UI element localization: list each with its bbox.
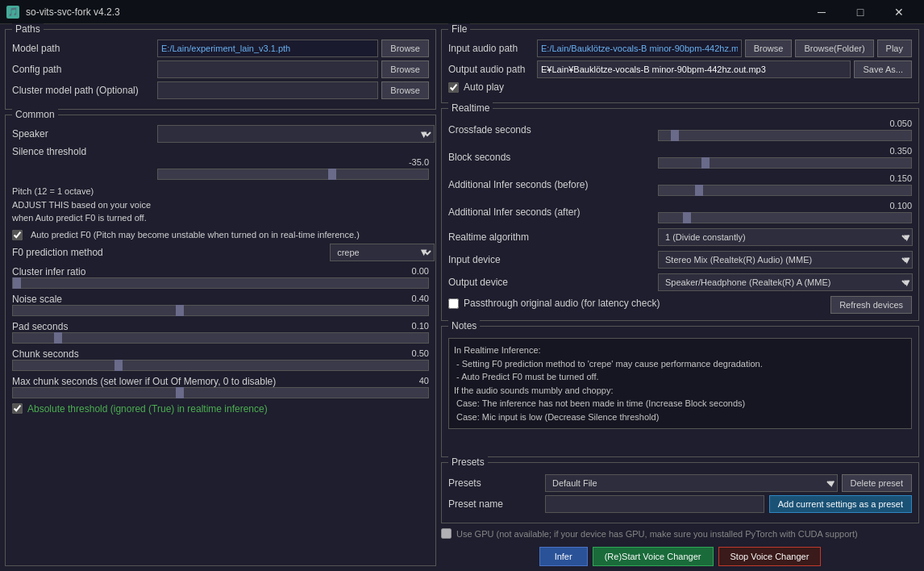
file-group-title: File — [448, 23, 470, 35]
noise-scale-label: Noise scale — [12, 294, 62, 305]
additional-infer-before-row: Additional Infer seconds (before) 0.150 — [448, 173, 912, 196]
preset-name-row: Preset name Add current settings as a pr… — [448, 495, 912, 513]
auto-predict-label: Auto predict F0 (Pitch may become unstab… — [31, 230, 360, 240]
realtime-group: Realtime Crossfade seconds 0.050 Block s… — [441, 108, 919, 321]
input-audio-play[interactable]: Play — [877, 40, 912, 57]
block-seconds-slider[interactable] — [658, 157, 912, 169]
config-path-label: Config path — [12, 64, 157, 75]
input-audio-path-input[interactable] — [537, 40, 742, 57]
realtime-algorithm-label: Realtime algorithm — [448, 231, 658, 243]
cluster-infer-ratio-label: Cluster infer ratio — [12, 266, 85, 277]
pad-seconds-slider[interactable] — [12, 332, 429, 344]
silence-threshold-value: -35.0 — [409, 157, 429, 167]
title-bar-controls: ─ □ ✕ — [803, 0, 918, 24]
speaker-label: Speaker — [12, 128, 157, 140]
output-audio-save-as[interactable]: Save As... — [854, 60, 912, 78]
infer-button[interactable]: Infer — [539, 547, 588, 566]
cluster-model-path-browse[interactable]: Browse — [381, 81, 429, 99]
delete-preset-button[interactable]: Delete preset — [842, 474, 912, 492]
crossfade-seconds-value: 0.050 — [658, 119, 912, 128]
presets-label: Presets — [448, 477, 545, 489]
absolute-threshold-label: Absolute threshold (ignored (True) in re… — [27, 403, 268, 415]
f0-method-row: F0 prediction method crepe dio harvest p… — [12, 244, 429, 261]
silence-threshold-row: Silence threshold -35.0 — [12, 146, 429, 180]
cluster-infer-ratio-value: 0.00 — [412, 266, 429, 277]
stop-voice-changer-button[interactable]: Stop Voice Changer — [718, 547, 822, 566]
auto-predict-checkbox[interactable] — [12, 230, 23, 240]
realtime-algorithm-select[interactable]: 1 (Divide constantly) 2 (Divide periodic… — [658, 228, 913, 246]
notes-line-3: - Auto Predict F0 must be turned off. — [454, 370, 906, 384]
realtime-group-title: Realtime — [448, 102, 493, 114]
add-current-settings-button[interactable]: Add current settings as a preset — [769, 495, 912, 513]
output-audio-path-row: Output audio path Save As... — [448, 60, 912, 78]
chunk-seconds-slider[interactable] — [12, 360, 429, 371]
max-chunk-seconds-label: Max chunk seconds (set lower if Out Of M… — [12, 376, 276, 387]
restart-voice-changer-button[interactable]: (Re)Start Voice Changer — [593, 547, 714, 566]
cluster-infer-ratio-slider[interactable] — [12, 277, 429, 289]
f0-method-label: F0 prediction method — [12, 247, 157, 258]
title-bar: 🎵 so-vits-svc-fork v4.2.3 ─ □ ✕ — [0, 0, 924, 24]
block-seconds-label: Block seconds — [448, 152, 658, 163]
speaker-select[interactable] — [157, 125, 435, 143]
gpu-checkbox[interactable] — [441, 528, 452, 539]
passthrough-row: Passthrough original audio (for latency … — [448, 296, 912, 314]
silence-threshold-slider[interactable] — [157, 169, 429, 180]
crossfade-seconds-slider[interactable] — [658, 130, 912, 141]
notes-line-5: Case: The inference has not been made in… — [454, 397, 906, 411]
maximize-button[interactable]: □ — [842, 0, 879, 24]
passthrough-checkbox-row: Passthrough original audio (for latency … — [448, 298, 660, 309]
input-device-select[interactable]: Stereo Mix (Realtek(R) Audio) (MME) — [658, 251, 913, 269]
cluster-model-path-input[interactable] — [157, 81, 378, 99]
refresh-devices-button[interactable]: Refresh devices — [830, 296, 912, 314]
chunk-seconds-value: 0.50 — [412, 348, 429, 360]
output-device-select[interactable]: Speaker/Headphone (Realtek(R) A (MME) — [658, 273, 913, 291]
paths-group: Paths Model path Browse Config path Brow… — [5, 29, 436, 110]
cluster-infer-ratio-row: Cluster infer ratio 0.00 — [12, 266, 429, 289]
absolute-threshold-checkbox[interactable] — [12, 403, 23, 414]
additional-infer-after-slider[interactable] — [658, 212, 912, 223]
config-path-input[interactable] — [157, 60, 378, 78]
config-path-browse[interactable]: Browse — [381, 60, 429, 78]
right-panel: File Input audio path Browse Browse(Fold… — [441, 29, 919, 566]
presets-row: Presets Default File ▼ Delete preset — [448, 474, 912, 492]
max-chunk-seconds-slider[interactable] — [12, 387, 429, 398]
noise-scale-slider[interactable] — [12, 305, 429, 316]
common-group: Common Speaker ▼ Silence threshold -35.0… — [5, 115, 436, 566]
gpu-row: Use GPU (not available; if your device h… — [441, 528, 919, 539]
notes-group: Notes In Realtime Inference: - Setting F… — [441, 326, 919, 457]
pad-seconds-label: Pad seconds — [12, 321, 68, 332]
input-audio-browse-folder[interactable]: Browse(Folder) — [795, 40, 873, 57]
auto-play-label: Auto play — [464, 81, 504, 93]
additional-infer-before-slider[interactable] — [658, 185, 912, 196]
pad-seconds-row: Pad seconds 0.10 — [12, 321, 429, 344]
silence-threshold-label: Silence threshold — [12, 146, 157, 157]
pitch-hint: Pitch (12 = 1 octave) ADJUST THIS based … — [12, 185, 429, 225]
model-path-label: Model path — [12, 43, 157, 54]
pitch-hint2: when Auto predict F0 is turned off. — [12, 213, 147, 223]
input-audio-browse[interactable]: Browse — [745, 40, 793, 57]
minimize-button[interactable]: ─ — [803, 0, 840, 24]
block-seconds-value: 0.350 — [658, 146, 912, 156]
preset-name-input[interactable] — [545, 495, 764, 513]
pitch-label: Pitch (12 = 1 octave) — [12, 186, 94, 196]
input-device-row: Input device Stereo Mix (Realtek(R) Audi… — [448, 251, 912, 269]
auto-play-row: Auto play — [448, 81, 912, 93]
output-audio-path-label: Output audio path — [448, 64, 537, 75]
output-audio-path-input[interactable] — [537, 60, 851, 78]
input-device-label: Input device — [448, 254, 658, 265]
main-content: Paths Model path Browse Config path Brow… — [0, 24, 924, 571]
close-button[interactable]: ✕ — [880, 0, 918, 24]
presets-select[interactable]: Default File — [545, 474, 838, 492]
left-panel: Paths Model path Browse Config path Brow… — [5, 29, 436, 566]
crossfade-seconds-controls: 0.050 — [658, 119, 912, 141]
auto-play-checkbox[interactable] — [448, 82, 459, 93]
model-path-browse[interactable]: Browse — [381, 40, 429, 57]
f0-method-select[interactable]: crepe dio harvest parselmouth — [330, 244, 435, 261]
model-path-row: Model path Browse — [12, 40, 429, 57]
model-path-input[interactable] — [157, 40, 378, 57]
paths-group-title: Paths — [12, 23, 44, 35]
presets-group-title: Presets — [448, 456, 488, 468]
gpu-label: Use GPU (not available; if your device h… — [456, 529, 858, 539]
passthrough-checkbox[interactable] — [448, 298, 459, 309]
pitch-hint1: ADJUST THIS based on your voice — [12, 200, 151, 210]
